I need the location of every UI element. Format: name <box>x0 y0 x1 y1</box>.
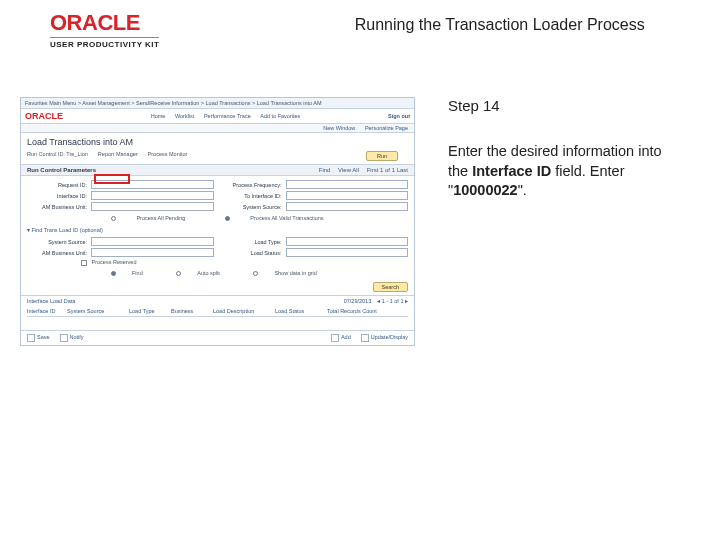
paging-text: First 1 of 1 Last <box>367 167 408 173</box>
signout-link[interactable]: Sign out <box>388 113 410 119</box>
col-load-type[interactable]: Load Type <box>129 308 169 314</box>
process-reserved-label: Process Reserved <box>92 259 137 265</box>
radio-process-all-pending[interactable]: Process All Pending <box>101 215 195 221</box>
tab-performance-trace[interactable]: Performance Trace <box>204 113 251 119</box>
brand-bar: ORACLE Home Worklist Performance Trace A… <box>21 109 414 124</box>
app-page-title: Load Transactions into AM <box>27 137 408 147</box>
process-monitor-link[interactable]: Process Monitor <box>148 151 188 161</box>
notify-button[interactable]: Notify <box>70 334 84 340</box>
am-business-unit-input[interactable] <box>91 202 214 211</box>
radio-auto-split[interactable]: Auto split <box>176 270 236 276</box>
header: ORACLE USER PRODUCTIVITY KIT Running the… <box>0 0 720 57</box>
notify-icon <box>60 334 68 342</box>
top-tabs: Home Worklist Performance Trace Add to F… <box>63 113 388 119</box>
run-button[interactable]: Run <box>366 151 398 161</box>
system-source2-select[interactable] <box>91 237 214 246</box>
results-label: Interface Load Data <box>27 298 75 304</box>
interface-id-input[interactable] <box>91 191 214 200</box>
load-type-select[interactable] <box>286 237 409 246</box>
run-control-id-label: Run Control ID: Tre_Lion <box>27 151 88 161</box>
col-interface-id[interactable]: Interface ID <box>27 308 65 314</box>
add-button[interactable]: Add <box>341 334 351 340</box>
section-run-control: Run Control Parameters Find View All Fir… <box>21 164 414 176</box>
oracle-logo: ORACLE USER PRODUCTIVITY KIT <box>50 12 159 49</box>
process-frequency-select[interactable] <box>286 180 409 189</box>
col-load-status[interactable]: Load Status <box>275 308 325 314</box>
col-total-records[interactable]: Total Records Count <box>327 308 387 314</box>
sub-bar: New Window Personalize Page <box>21 124 414 133</box>
new-window-link[interactable]: New Window <box>323 125 355 131</box>
system-source-select[interactable] <box>286 202 409 211</box>
process-reserved-checkbox[interactable] <box>81 260 87 266</box>
embedded-screenshot: Favorites Main Menu > Asset Management >… <box>20 97 420 346</box>
interface-id-label: Interface ID: <box>27 193 87 199</box>
tab-add-favorites[interactable]: Add to Favorites <box>260 113 300 119</box>
process-frequency-label: Process Frequency: <box>222 182 282 188</box>
logo-subtitle: USER PRODUCTIVITY KIT <box>50 37 159 49</box>
am-business-unit2-input[interactable] <box>91 248 214 257</box>
col-system-source[interactable]: System Source <box>67 308 127 314</box>
to-interface-id-label: To Interface ID: <box>222 193 282 199</box>
am-business-unit-label: AM Business Unit: <box>27 204 87 210</box>
tab-home[interactable]: Home <box>151 113 166 119</box>
personalize-page-link[interactable]: Personalize Page <box>365 125 408 131</box>
radio-find[interactable]: Find <box>111 270 159 276</box>
page-title: Running the Transaction Loader Process <box>299 16 700 34</box>
load-status-select[interactable] <box>286 248 409 257</box>
view-all-link[interactable]: View All <box>338 167 359 173</box>
am-business-unit2-label: AM Business Unit: <box>27 250 87 256</box>
add-icon <box>331 334 339 342</box>
tab-worklist[interactable]: Worklist <box>175 113 194 119</box>
step-label: Step 14 <box>448 97 680 114</box>
breadcrumb: Favorites Main Menu > Asset Management >… <box>21 98 414 109</box>
col-business[interactable]: Business <box>171 308 211 314</box>
to-interface-id-input[interactable] <box>286 191 409 200</box>
request-id-label: Request ID: <box>27 182 87 188</box>
save-button[interactable]: Save <box>37 334 50 340</box>
table-row <box>27 317 408 326</box>
search-button[interactable]: Search <box>373 282 408 292</box>
radio-process-all-valid[interactable]: Process All Valid Transactions <box>215 215 333 221</box>
logo-text: ORACLE <box>50 12 159 34</box>
save-icon <box>27 334 35 342</box>
step-body: Enter the desired information into the I… <box>448 142 680 201</box>
mini-oracle-logo: ORACLE <box>25 111 63 121</box>
app-window: Favorites Main Menu > Asset Management >… <box>20 97 415 346</box>
find-trans-section[interactable]: ▾ Find Trans Load ID (optional) <box>21 225 414 235</box>
results-table: Interface ID System Source Load Type Bus… <box>21 306 414 330</box>
system-source-label: System Source: <box>222 204 282 210</box>
load-type-label: Load Type: <box>222 239 282 245</box>
update-icon <box>361 334 369 342</box>
system-source2-label: System Source: <box>27 239 87 245</box>
results-date: 07/29/2013 <box>344 298 372 304</box>
radio-show-grid[interactable]: Show data in grid <box>253 270 333 276</box>
instruction-panel: Step 14 Enter the desired information in… <box>420 97 680 346</box>
report-manager-link[interactable]: Report Manager <box>98 151 138 161</box>
find-link[interactable]: Find <box>319 167 331 173</box>
request-id-input[interactable] <box>91 180 214 189</box>
load-status-label: Load Status: <box>222 250 282 256</box>
col-load-description[interactable]: Load Description <box>213 308 273 314</box>
update-display-button[interactable]: Update/Display <box>371 334 408 340</box>
